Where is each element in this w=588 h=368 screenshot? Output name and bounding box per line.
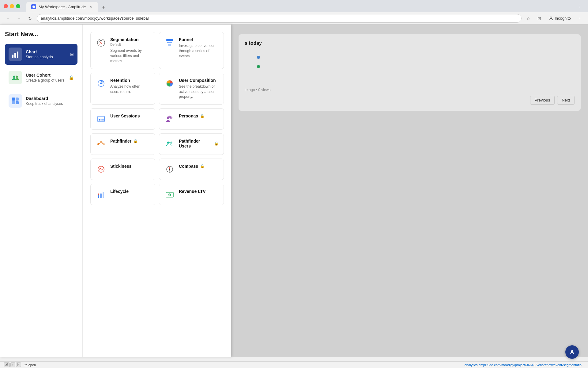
grid-item-pathfinder[interactable]: Pathfinder 🔒 xyxy=(90,133,155,155)
user-composition-label: User Composition xyxy=(179,78,219,83)
grid-item-retention[interactable]: Retention Analyze how often users return… xyxy=(90,73,155,105)
stickiness-text: Stickiness xyxy=(110,164,131,169)
user-sessions-label: User Sessions xyxy=(110,113,140,118)
svg-rect-9 xyxy=(12,101,15,104)
dashboard-item-description: Keep track of analyses xyxy=(26,102,63,106)
pathfinder-users-label: Pathfinder Users 🔒 xyxy=(179,139,219,148)
tab-favicon xyxy=(31,4,36,9)
svg-point-43 xyxy=(98,194,99,195)
funnel-icon xyxy=(164,37,175,48)
grid-item-user-composition[interactable]: User Composition See the breakdown of ac… xyxy=(159,73,224,105)
minimize-traffic-light[interactable] xyxy=(10,4,14,8)
svg-point-18 xyxy=(100,82,102,84)
window-more-button[interactable]: ⋮ xyxy=(576,2,584,10)
screenshot-button[interactable]: ⊡ xyxy=(535,14,544,23)
svg-point-33 xyxy=(170,142,172,144)
personas-icon xyxy=(164,113,175,125)
right-grid-panel: Segmentation Default Segment events by v… xyxy=(83,25,231,357)
grid-item-compass[interactable]: Compass 🔒 xyxy=(159,159,224,180)
traffic-lights xyxy=(4,4,20,8)
user-composition-icon xyxy=(164,78,175,89)
revenue-ltv-icon: $ xyxy=(164,189,175,200)
chart-item-text: Chart Start an analysis xyxy=(26,49,53,59)
lifecycle-text: Lifecycle xyxy=(110,189,129,194)
cohort-item-text: User Cohort Create a group of users xyxy=(26,73,64,82)
status-url: analytics.amplitude.com/moodjoy/project/… xyxy=(465,363,584,367)
grid-item-segmentation[interactable]: Segmentation Default Segment events by v… xyxy=(90,32,155,69)
svg-point-12 xyxy=(100,40,102,41)
next-button[interactable]: Next xyxy=(557,96,575,105)
tab-bar: My Workspace - Amplitude × + xyxy=(24,1,548,12)
retention-label: Retention xyxy=(110,78,150,83)
left-item-dashboard[interactable]: Dashboard Keep track of analyses xyxy=(5,90,77,111)
svg-point-5 xyxy=(13,76,15,78)
bg-chart-title: s today xyxy=(245,40,575,46)
personas-text: Personas 🔒 xyxy=(179,113,205,118)
bg-workspace: s today te ago • 0 views Previous Next xyxy=(231,25,588,118)
stickiness-label: Stickiness xyxy=(110,164,131,169)
left-item-chart[interactable]: Chart Start an analysis ⊞ xyxy=(5,44,77,65)
svg-point-29 xyxy=(103,143,105,145)
funnel-label: Funnel xyxy=(179,37,219,42)
grid-item-user-sessions[interactable]: User Sessions xyxy=(90,108,155,130)
shortcut-display: ⌘ + K xyxy=(4,362,21,367)
plus-key: + xyxy=(10,362,15,367)
more-options-button[interactable]: ⋮ xyxy=(576,14,584,23)
overlay-panel: Start New... Chart Start an analysis ⊞ xyxy=(0,25,231,357)
revenue-ltv-label: Revenue LTV xyxy=(179,189,206,194)
chart-icon-container xyxy=(9,48,22,61)
grid-item-lifecycle[interactable]: Lifecycle xyxy=(90,184,155,205)
tab-title: My Workspace - Amplitude xyxy=(39,5,86,9)
grid-item-revenue-ltv[interactable]: $ Revenue LTV xyxy=(159,184,224,205)
stickiness-icon xyxy=(96,164,107,175)
incognito-button[interactable]: Incognito xyxy=(546,15,573,22)
cohort-item-label: User Cohort xyxy=(26,73,64,78)
close-traffic-light[interactable] xyxy=(4,4,8,8)
pathfinder-text: Pathfinder 🔒 xyxy=(110,139,138,144)
svg-rect-2 xyxy=(12,55,13,58)
svg-rect-42 xyxy=(103,192,104,198)
maximize-traffic-light[interactable] xyxy=(16,4,20,8)
left-item-user-cohort[interactable]: User Cohort Create a group of users 🔒 xyxy=(5,67,77,88)
revenue-ltv-text: Revenue LTV xyxy=(179,189,206,194)
active-tab[interactable]: My Workspace - Amplitude × xyxy=(26,2,98,12)
compass-icon xyxy=(164,164,175,175)
chart-item-badge: ⊞ xyxy=(70,52,74,57)
address-bar[interactable]: analytics.amplitude.com/moodjoy/workspac… xyxy=(37,14,522,23)
background-content: s today te ago • 0 views Previous Next xyxy=(231,25,588,357)
browser-chrome: My Workspace - Amplitude × + ⋮ ← → ↻ ana… xyxy=(0,0,588,25)
svg-rect-7 xyxy=(12,98,15,101)
svg-rect-20 xyxy=(98,116,104,122)
svg-rect-10 xyxy=(16,101,19,104)
compass-text: Compass 🔒 xyxy=(179,164,205,169)
grid-item-funnel[interactable]: Funnel Investigate conversion through a … xyxy=(159,32,224,69)
tab-close-button[interactable]: × xyxy=(88,4,93,9)
lifecycle-label: Lifecycle xyxy=(110,189,129,194)
refresh-button[interactable]: ↻ xyxy=(26,14,34,23)
grid-item-stickiness[interactable]: Stickiness xyxy=(90,159,155,180)
personas-lock-icon: 🔒 xyxy=(200,114,205,118)
svg-rect-15 xyxy=(168,44,171,46)
grid-item-personas[interactable]: Personas 🔒 xyxy=(159,108,224,130)
bg-chart-panel: s today te ago • 0 views Previous Next xyxy=(239,34,581,111)
retention-description: Analyze how often users return. xyxy=(110,84,150,94)
cohort-item-description: Create a group of users xyxy=(26,78,64,82)
amplitude-fab[interactable]: A xyxy=(565,345,579,359)
bookmark-button[interactable]: ☆ xyxy=(524,14,533,23)
svg-line-30 xyxy=(99,142,100,144)
bg-views-info: te ago • 0 views xyxy=(245,88,575,92)
previous-button[interactable]: Previous xyxy=(530,96,555,105)
grid-item-pathfinder-users[interactable]: Pathfinder Users 🔒 xyxy=(159,133,224,155)
svg-point-0 xyxy=(32,6,35,8)
cmd-key: ⌘ xyxy=(4,362,10,367)
funnel-description: Investigate conversion through a series … xyxy=(179,43,219,59)
new-tab-button[interactable]: + xyxy=(99,3,108,12)
svg-rect-41 xyxy=(100,194,102,198)
user-sessions-text: User Sessions xyxy=(110,113,140,118)
main-content: Start New... Chart Start an analysis ⊞ xyxy=(0,25,588,357)
title-bar: My Workspace - Amplitude × + ⋮ xyxy=(0,0,588,12)
back-button[interactable]: ← xyxy=(4,14,12,23)
bg-pagination: Previous Next xyxy=(245,96,575,105)
retention-text: Retention Analyze how often users return… xyxy=(110,78,150,94)
forward-button[interactable]: → xyxy=(15,14,23,23)
